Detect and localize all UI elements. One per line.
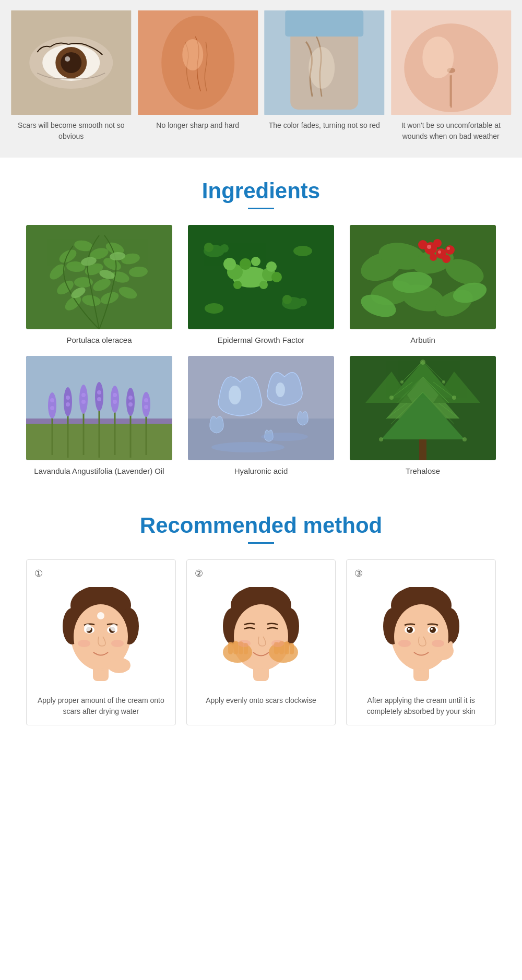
svg-point-110 xyxy=(144,405,148,409)
svg-point-90 xyxy=(48,392,56,419)
scar-item-2: No longer sharp and hard xyxy=(137,10,259,142)
ingredient-lavender: Lavandula Angustifolia (Lavender) Oil xyxy=(26,356,172,476)
svg-point-55 xyxy=(282,295,292,304)
svg-point-114 xyxy=(276,383,285,397)
svg-point-160 xyxy=(111,640,124,647)
svg-point-188 xyxy=(430,627,436,633)
lavender-svg xyxy=(26,356,172,460)
arbutin-svg xyxy=(350,225,496,329)
svg-rect-11 xyxy=(285,10,363,37)
ingredient-img-lavender xyxy=(26,356,172,460)
svg-point-100 xyxy=(66,402,70,407)
method-step-1: ① xyxy=(26,559,176,725)
method-caption-1: Apply proper amount of the cream onto sc… xyxy=(34,695,168,717)
svg-rect-168 xyxy=(228,642,233,654)
scar-images-row: Scars will become smooth not so obvious … xyxy=(10,10,512,142)
scar-image-2 xyxy=(137,10,259,115)
method-step-2: ② xyxy=(186,559,336,725)
ingredients-grid: Portulaca oleracea xyxy=(26,225,496,476)
svg-point-43 xyxy=(223,258,236,270)
ingredient-portulaca: Portulaca oleracea xyxy=(26,225,172,345)
ingredient-img-portulaca xyxy=(26,225,172,329)
svg-point-153 xyxy=(110,624,117,631)
svg-point-49 xyxy=(259,281,268,289)
svg-point-47 xyxy=(251,257,260,266)
svg-point-46 xyxy=(240,258,251,270)
svg-point-139 xyxy=(442,380,445,384)
method-grid: ① xyxy=(26,559,496,725)
ingredient-img-egf xyxy=(188,225,334,329)
egf-svg xyxy=(188,225,334,329)
svg-point-76 xyxy=(447,247,450,250)
ingredients-underline xyxy=(248,208,274,209)
svg-point-75 xyxy=(438,250,441,254)
svg-rect-157 xyxy=(121,660,125,671)
svg-point-105 xyxy=(113,393,117,397)
ingredients-section: Ingredients xyxy=(0,158,522,492)
step-num-3: ③ xyxy=(354,568,363,579)
method-step-3: ③ xyxy=(346,559,496,725)
svg-point-159 xyxy=(78,640,90,647)
svg-rect-17 xyxy=(26,225,172,329)
svg-rect-176 xyxy=(290,643,294,654)
method-caption-3: After applying the cream until it is com… xyxy=(354,695,488,717)
method-section: Recommended method ① xyxy=(0,492,522,746)
svg-point-16 xyxy=(422,37,454,78)
svg-point-92 xyxy=(79,385,88,414)
face-svg-2 xyxy=(219,587,303,686)
ingredient-name-lavender: Lavandula Angustifolia (Lavender) Oil xyxy=(34,465,164,476)
svg-point-113 xyxy=(229,386,241,404)
svg-point-101 xyxy=(81,393,86,397)
scar-caption-1: Scars will become smooth not so obvious xyxy=(10,120,132,142)
svg-point-107 xyxy=(128,396,133,400)
svg-point-136 xyxy=(379,437,383,441)
ingredient-img-hyaluronic xyxy=(188,356,334,460)
svg-rect-169 xyxy=(233,641,238,654)
svg-rect-175 xyxy=(284,641,289,654)
scar-item-3: The color fades, turning not so red xyxy=(264,10,385,142)
svg-point-115 xyxy=(211,442,284,452)
svg-point-5 xyxy=(65,56,70,62)
svg-point-74 xyxy=(427,245,431,249)
ingredient-trehalose: Trehalose xyxy=(350,356,496,476)
svg-point-70 xyxy=(433,239,442,247)
ingredient-img-trehalose xyxy=(350,356,496,460)
scar-caption-3: The color fades, turning not so red xyxy=(269,120,380,131)
svg-point-190 xyxy=(431,628,433,630)
hyaluronic-svg xyxy=(188,356,334,460)
svg-point-178 xyxy=(271,640,284,647)
svg-point-52 xyxy=(204,243,213,252)
scar-image-1 xyxy=(10,10,132,115)
ingredient-img-arbutin xyxy=(350,225,496,329)
svg-point-103 xyxy=(97,390,101,395)
svg-point-8 xyxy=(182,39,203,70)
ingredient-name-arbutin: Arbutin xyxy=(410,334,435,345)
method-title: Recommended method xyxy=(16,513,506,538)
svg-point-133 xyxy=(420,360,425,365)
svg-rect-155 xyxy=(110,660,114,671)
step-3-illustration xyxy=(354,584,488,689)
svg-point-186 xyxy=(407,627,413,633)
step-1-illustration xyxy=(34,584,168,689)
svg-point-98 xyxy=(50,406,54,410)
trehalose-svg xyxy=(350,356,496,460)
svg-point-177 xyxy=(238,640,251,647)
method-underline xyxy=(248,542,274,544)
svg-point-109 xyxy=(144,398,148,402)
svg-point-93 xyxy=(95,382,103,411)
svg-point-48 xyxy=(233,281,242,289)
svg-point-57 xyxy=(293,246,312,256)
ingredient-name-portulaca: Portulaca oleracea xyxy=(66,334,132,345)
ingredient-egf: Epidermal Growth Factor xyxy=(188,225,334,345)
svg-rect-156 xyxy=(115,659,120,671)
svg-point-94 xyxy=(111,386,119,413)
svg-point-53 xyxy=(220,244,229,253)
scar-image-3 xyxy=(264,10,385,115)
scar-effects-section: Scars will become smooth not so obvious … xyxy=(0,0,522,158)
svg-point-138 xyxy=(400,380,404,384)
method-caption-2: Apply evenly onto scars clockwise xyxy=(195,695,328,706)
ingredient-name-trehalose: Trehalose xyxy=(406,465,440,476)
svg-point-104 xyxy=(97,397,101,401)
svg-point-91 xyxy=(64,387,72,416)
svg-rect-158 xyxy=(126,661,129,670)
